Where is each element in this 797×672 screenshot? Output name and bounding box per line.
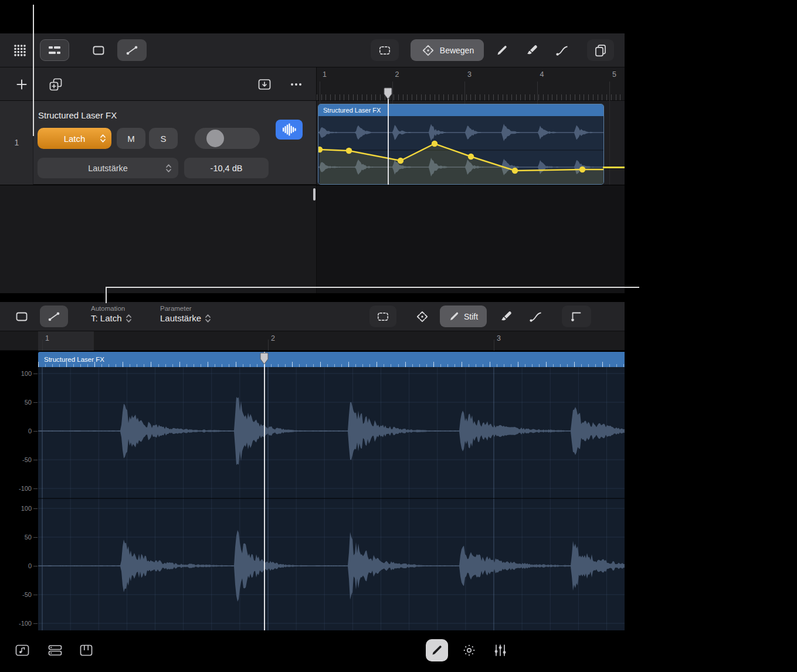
add-track-button[interactable] [12,76,32,93]
automation-view-button[interactable] [117,39,147,61]
axis-label: 50 [7,534,32,541]
bar-number: 3 [467,70,472,79]
region-header[interactable]: Structured Laser FX [318,104,603,116]
editor-region-header[interactable]: Structured Laser FX [38,352,625,367]
marquee-tool-button[interactable] [371,39,399,61]
paste-button[interactable] [587,39,614,61]
adjust-controls-button[interactable] [458,640,480,660]
waveform-zoom-button[interactable] [276,120,303,140]
axis-label: 100 [7,370,32,377]
parameter-dropdown[interactable]: Lautstärke [38,158,178,178]
bar-gridline [537,82,538,101]
parameter-selector[interactable]: Parameter Lautstärke [160,305,211,323]
editor-automation-view-button[interactable] [40,306,68,327]
hide-panel-button[interactable] [255,77,274,92]
solo-label: S [160,134,166,144]
bar-gridline [268,340,269,351]
axis-tick [33,508,38,509]
top-ruler[interactable]: 12345 [317,67,625,101]
toggle-knob[interactable] [206,130,224,147]
play-surface-button[interactable] [76,640,96,660]
axis-tick [33,460,38,460]
bar-gridline [494,340,494,351]
automation-mode-selector[interactable]: Automation T: Latch [91,305,132,323]
pencil-icon [449,311,460,322]
callout-line-latch [33,5,34,136]
main-toolbar: Bewegen [0,33,625,67]
axis-tick [33,537,38,538]
region-name: Structured Laser FX [323,107,381,114]
adjust-dial-icon [462,643,477,658]
brush-tool-button[interactable] [518,40,545,61]
track-lane[interactable]: Structured Laser FX [317,101,625,185]
move-icon [415,309,430,324]
axis-label: 100 [7,505,32,512]
regions-icon [14,643,30,658]
mixer-button[interactable] [45,640,66,660]
curve-icon [555,43,570,57]
move-tool-label: Bewegen [440,46,474,55]
callout-line-automation-drop [106,287,107,303]
faders-icon [493,643,508,658]
editor-regions-display-button[interactable] [9,306,34,327]
region-body[interactable] [318,116,603,184]
editor-move-tool-button[interactable] [409,306,435,327]
bar-gridline [320,82,320,101]
region-box-icon [91,43,106,57]
editor-ruler[interactable]: 123 [0,331,625,351]
track-on-off-toggle[interactable] [195,128,260,149]
editor-waveform-area[interactable] [38,367,625,630]
track-row[interactable]: 1 Structured Laser FX Latch M S Lautstär… [0,101,317,185]
step-automation-button[interactable] [562,306,591,327]
tracks-view-button[interactable] [40,39,69,61]
parameter-value: -10,4 dB [211,164,243,173]
timeline-empty-area [317,185,625,293]
automation-mode-button[interactable]: Latch [38,128,111,149]
chevron-updown-icon [100,134,106,143]
axis-label: -50 [7,591,32,598]
chevron-updown-icon [126,314,132,323]
dock-pencil-button[interactable] [426,639,448,661]
curve-tool-button[interactable] [548,40,577,61]
editor-marquee-tool-button[interactable] [369,306,396,327]
axis-tick [33,595,38,595]
playhead-line[interactable] [388,89,389,185]
ruler-ticks [317,94,625,100]
track-stack-icon [47,643,63,658]
chevron-updown-icon [165,164,172,173]
mute-button[interactable]: M [117,128,145,149]
more-options-button[interactable] [286,77,306,92]
editor-playhead-handle[interactable] [260,352,269,367]
panel-resize-handle[interactable] [313,188,316,201]
audio-region[interactable]: Structured Laser FX [318,104,604,185]
pencil-tool-label: Stift [464,312,478,321]
axis-tick [33,374,38,374]
loops-browser-button[interactable] [12,640,33,660]
automation-editor: 100500-50-100100500-50-100 Structured La… [0,351,625,630]
automation-curve-svg[interactable] [318,116,603,184]
solo-button[interactable]: S [149,128,178,149]
editor-pencil-tool-button[interactable]: Stift [440,306,487,327]
mixer-faders-button[interactable] [489,640,511,660]
editor-playhead-line[interactable] [264,352,265,630]
step-node-icon [569,310,584,324]
move-icon [420,43,436,58]
axis-tick [33,402,38,403]
bar-number: 4 [540,70,544,79]
parameter-value: Lautstärke [160,313,201,323]
duplicate-track-button[interactable] [46,75,66,94]
pencil-tool-button[interactable] [489,40,515,61]
callout-line-automation [106,287,639,288]
grid-view-button[interactable] [7,40,33,61]
ellipsis-icon [289,77,304,91]
move-tool-button[interactable]: Bewegen [411,39,484,61]
playhead-handle[interactable] [384,87,392,102]
editor-curve-tool-button[interactable] [522,306,550,327]
mute-label: M [127,134,135,144]
download-icon [257,77,272,91]
editor-brush-tool-button[interactable] [493,306,520,327]
bar-number: 2 [395,70,399,79]
plus-icon [15,77,29,91]
parameter-value-field[interactable]: -10,4 dB [184,158,269,178]
regions-display-button[interactable] [86,40,111,61]
